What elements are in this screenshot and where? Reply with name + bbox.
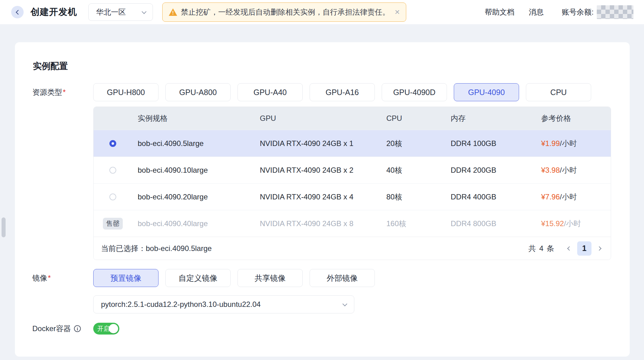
cell-cpu: 40核 xyxy=(386,165,451,175)
image-tabs: 预置镜像 自定义镜像 共享镜像 外部镜像 xyxy=(93,269,617,287)
pagination-page-1[interactable]: 1 xyxy=(577,241,591,256)
tab-external-image[interactable]: 外部镜像 xyxy=(310,269,375,287)
table-row[interactable]: bob-eci.4090.5large NVIDIA RTX-4090 24GB… xyxy=(94,130,611,157)
balance-label: 账号余额: xyxy=(562,7,594,17)
table-row-sold-out: 售罄 bob-eci.4090.40large NVIDIA RTX-4090 … xyxy=(94,210,611,237)
tab-shared-image[interactable]: 共享镜像 xyxy=(237,269,303,287)
warning-banner: 禁止挖矿，一经发现后自动删除相关实例，自行承担法律责任。 × xyxy=(162,2,406,22)
image-label: 镜像* xyxy=(32,269,93,287)
cell-memory: DDR4 200GB xyxy=(451,166,541,175)
current-selection-value: bob-eci.4090.5large xyxy=(146,244,212,253)
resource-option-cpu[interactable]: CPU xyxy=(526,83,591,101)
resource-type-options: GPU-H800 GPU-A800 GPU-A40 GPU-A16 GPU-40… xyxy=(93,83,617,101)
price-unit: /小时 xyxy=(560,166,577,174)
cell-cpu: 20核 xyxy=(386,139,451,148)
current-selection: 当前已选择：bob-eci.4090.5large xyxy=(101,244,212,253)
topbar: 创建开发机 华北一区 禁止挖矿，一经发现后自动删除相关实例，自行承担法律责任。 … xyxy=(0,0,644,24)
pagination-prev-button[interactable] xyxy=(566,245,573,252)
sold-out-badge: 售罄 xyxy=(103,218,123,230)
chevron-down-icon xyxy=(142,9,147,14)
resource-option-gpu-4090[interactable]: GPU-4090 xyxy=(454,83,519,101)
cell-spec: bob-eci.4090.5large xyxy=(138,139,260,148)
cell-spec: bob-eci.4090.40large xyxy=(138,219,260,228)
table-row[interactable]: bob-eci.4090.10large NVIDIA RTX-4090 24G… xyxy=(94,157,611,183)
chevron-right-icon xyxy=(597,246,601,250)
image-version-value: pytorch:2.5.1-cuda12.2-python3.10-ubuntu… xyxy=(101,300,261,309)
region-select-value: 华北一区 xyxy=(96,7,126,17)
required-mark: * xyxy=(63,88,66,96)
price-unit: /小时 xyxy=(560,193,577,201)
docker-label-text: Docker容器 xyxy=(32,324,71,334)
table-footer: 当前已选择：bob-eci.4090.5large 共 4 条 1 xyxy=(94,237,611,260)
price-amount: ¥1.99 xyxy=(541,139,560,148)
cell-price: ¥7.96/小时 xyxy=(541,192,611,202)
radio-icon[interactable] xyxy=(109,194,116,200)
back-button[interactable] xyxy=(11,6,24,18)
scrollbar-thumb[interactable] xyxy=(2,217,6,237)
cell-price: ¥1.99/小时 xyxy=(541,139,611,148)
account-balance: 账号余额: xyxy=(562,5,633,19)
instance-spec-table: 实例规格 GPU CPU 内存 参考价格 bob-eci.4090.5large… xyxy=(93,107,611,260)
price-unit: /小时 xyxy=(564,219,581,228)
price-amount: ¥3.98 xyxy=(541,166,560,174)
cell-gpu: NVIDIA RTX-4090 24GB x 1 xyxy=(260,139,386,148)
balance-value-redacted xyxy=(597,5,633,19)
docker-row: Docker容器i 开启 xyxy=(32,323,617,335)
cell-memory: DDR4 800GB xyxy=(451,219,541,228)
chevron-left-icon xyxy=(567,246,572,250)
required-mark: * xyxy=(48,274,51,282)
resource-type-row: 资源类型* GPU-H800 GPU-A800 GPU-A40 GPU-A16 … xyxy=(32,83,617,260)
price-amount: ¥15.92 xyxy=(541,219,564,228)
docker-toggle[interactable]: 开启 xyxy=(93,323,119,335)
pagination-next-button[interactable] xyxy=(596,245,603,252)
radio-selected-icon[interactable] xyxy=(109,140,116,147)
cell-cpu: 160核 xyxy=(386,219,451,229)
header-cell-cpu: CPU xyxy=(386,114,451,123)
total-count: 共 4 条 xyxy=(528,244,555,253)
cell-gpu: NVIDIA RTX-4090 24GB x 4 xyxy=(260,193,386,201)
chevron-down-icon xyxy=(343,301,347,306)
section-title: 实例配置 xyxy=(33,60,68,72)
messages-link[interactable]: 消息 xyxy=(529,7,544,17)
close-icon[interactable]: × xyxy=(395,8,400,16)
docker-toggle-label: 开启 xyxy=(97,325,110,333)
current-selection-label: 当前已选择： xyxy=(101,244,146,253)
header-cell-spec: 实例规格 xyxy=(138,113,260,123)
cell-price: ¥3.98/小时 xyxy=(541,165,611,175)
cell-memory: DDR4 400GB xyxy=(451,193,541,201)
resource-option-gpu-a800[interactable]: GPU-A800 xyxy=(165,83,231,101)
warning-text: 禁止挖矿，一经发现后自动删除相关实例，自行承担法律责任。 xyxy=(181,7,390,17)
table-row[interactable]: bob-eci.4090.20large NVIDIA RTX-4090 24G… xyxy=(94,183,611,210)
tab-custom-image[interactable]: 自定义镜像 xyxy=(165,269,231,287)
help-docs-link[interactable]: 帮助文档 xyxy=(485,7,514,17)
toggle-knob xyxy=(109,324,118,333)
cell-cpu: 80核 xyxy=(386,192,451,202)
image-version-select[interactable]: pytorch:2.5.1-cuda12.2-python3.10-ubuntu… xyxy=(93,295,354,313)
info-icon[interactable]: i xyxy=(74,325,81,332)
price-amount: ¥7.96 xyxy=(541,193,560,201)
chevron-left-icon xyxy=(16,10,21,15)
cell-gpu: NVIDIA RTX-4090 24GB x 8 xyxy=(260,219,386,228)
resource-type-label: 资源类型* xyxy=(32,83,93,101)
cell-price: ¥15.92/小时 xyxy=(541,219,611,229)
resource-type-label-text: 资源类型 xyxy=(32,88,62,96)
header-cell-price: 参考价格 xyxy=(541,113,611,123)
region-select[interactable]: 华北一区 xyxy=(88,3,153,21)
image-label-text: 镜像 xyxy=(32,274,47,282)
radio-icon[interactable] xyxy=(109,167,116,174)
resource-option-gpu-4090d[interactable]: GPU-4090D xyxy=(382,83,447,101)
tab-preset-image[interactable]: 预置镜像 xyxy=(93,269,159,287)
resource-option-gpu-a16[interactable]: GPU-A16 xyxy=(310,83,375,101)
cell-spec: bob-eci.4090.10large xyxy=(138,166,260,175)
price-unit: /小时 xyxy=(560,139,577,148)
cell-memory: DDR4 100GB xyxy=(451,139,541,148)
instance-config-card: 实例配置 资源类型* GPU-H800 GPU-A800 GPU-A40 GPU… xyxy=(15,42,630,357)
table-header: 实例规格 GPU CPU 内存 参考价格 xyxy=(94,107,611,130)
header-cell-memory: 内存 xyxy=(451,113,541,123)
docker-label: Docker容器i xyxy=(32,324,93,334)
cell-gpu: NVIDIA RTX-4090 24GB x 2 xyxy=(260,166,386,175)
warning-icon xyxy=(169,8,177,16)
resource-option-gpu-a40[interactable]: GPU-A40 xyxy=(237,83,303,101)
cell-spec: bob-eci.4090.20large xyxy=(138,193,260,201)
resource-option-gpu-h800[interactable]: GPU-H800 xyxy=(93,83,159,101)
